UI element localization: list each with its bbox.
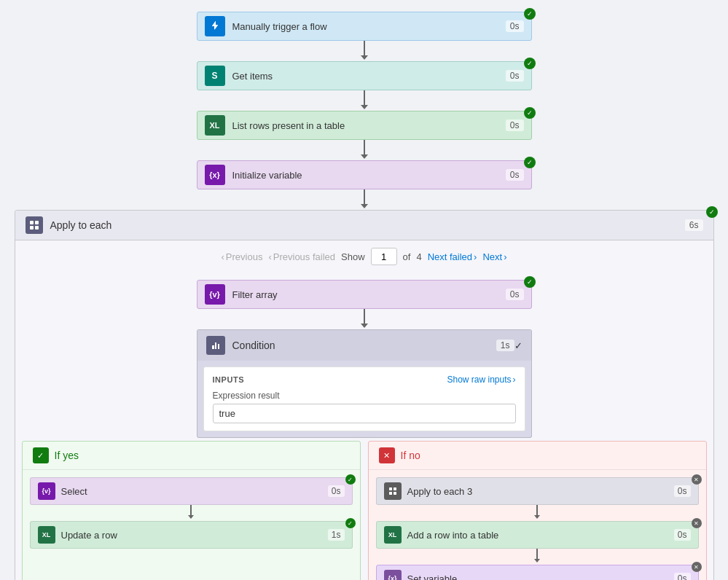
arrow-2 xyxy=(361,90,368,111)
condition-success-badge: ✓ xyxy=(514,340,522,351)
condition-inputs: INPUTS Show raw inputs › Expression resu… xyxy=(203,367,525,431)
arrow-3 xyxy=(361,140,368,160)
step-label-list-rows: List rows present in a table xyxy=(232,120,506,131)
step-set-variable[interactable]: {x} Set variable 0s ✕ xyxy=(376,565,699,580)
svg-rect-5 xyxy=(394,487,396,490)
step-label-apply-each-3: Apply to each 3 xyxy=(407,486,674,497)
step-add-row[interactable]: XL Add a row into a table 0s ✕ xyxy=(376,521,699,549)
step-icon-apply-each-3 xyxy=(384,482,402,500)
if-yes-icon: ✓ xyxy=(33,447,49,463)
arrow-apply3-addrow xyxy=(534,505,540,521)
step-label-select: Select xyxy=(61,486,328,497)
prev-failed-link[interactable]: ‹ Previous failed xyxy=(268,251,335,262)
svg-rect-2 xyxy=(30,226,34,230)
step-dur-update-row: 1s xyxy=(328,529,345,541)
step-filter-array[interactable]: {v} Filter array 0s ✓ xyxy=(197,280,532,309)
step-icon-trigger xyxy=(205,16,225,36)
inputs-header: INPUTS Show raw inputs › xyxy=(213,375,516,385)
step-dur-apply-each-3: 0s xyxy=(674,485,691,497)
page-input[interactable]: 1 xyxy=(371,248,397,265)
total-pages: 4 xyxy=(416,251,421,262)
expression-value: true xyxy=(213,404,516,423)
step-duration-get-items: 0s xyxy=(506,70,524,82)
if-yes-header: ✓ If yes xyxy=(23,442,360,470)
step-dur-add-row: 0s xyxy=(674,529,691,541)
success-badge-init-variable: ✓ xyxy=(524,157,536,168)
step-icon-init-variable: {x} xyxy=(205,165,225,185)
if-no-icon: ✕ xyxy=(379,447,395,463)
badge-apply-each-3: ✕ xyxy=(692,474,702,485)
step-label-update-row: Update a row xyxy=(61,530,328,541)
arrow-4 xyxy=(361,189,368,210)
if-yes-panel: ✓ If yes {v} Select 0s ✓ xyxy=(22,441,361,580)
apply-each-label: Apply to each xyxy=(50,219,112,231)
step-icon-get-items: S xyxy=(205,66,225,86)
step-label-filter-array: Filter array xyxy=(232,289,506,300)
condition-icon xyxy=(206,336,225,355)
step-label-add-row: Add a row into a table xyxy=(407,530,674,541)
svg-rect-1 xyxy=(35,221,39,224)
step-apply-each-3[interactable]: Apply to each 3 0s ✕ xyxy=(376,477,699,505)
success-badge-filter-array: ✓ xyxy=(524,276,536,288)
success-badge-get-items: ✓ xyxy=(524,58,536,69)
arrow-select-update xyxy=(188,505,194,521)
apply-each-success-badge: ✓ xyxy=(706,206,718,218)
step-icon-update-row: XL xyxy=(38,526,55,544)
svg-rect-4 xyxy=(389,487,392,490)
step-label-init-variable: Initialize variable xyxy=(232,170,506,181)
of-label: of xyxy=(403,251,411,262)
step-icon-select: {v} xyxy=(38,482,55,500)
step-icon-set-variable: {x} xyxy=(384,570,402,580)
step-duration-trigger: 0s xyxy=(506,20,524,32)
step-dur-set-variable: 0s xyxy=(674,573,691,580)
inner-steps: {v} Filter array 0s ✓ Cond xyxy=(15,273,713,580)
badge-set-variable: ✕ xyxy=(692,562,702,572)
if-yes-content: {v} Select 0s ✓ xyxy=(23,470,360,556)
svg-rect-6 xyxy=(389,492,392,495)
arrow-addrow-setvar xyxy=(534,549,540,565)
expression-label: Expression result xyxy=(213,391,516,401)
badge-update-row: ✓ xyxy=(345,518,356,528)
step-manually-trigger[interactable]: Manually trigger a flow 0s ✓ xyxy=(197,12,532,41)
step-select[interactable]: {v} Select 0s ✓ xyxy=(30,477,353,505)
svg-rect-7 xyxy=(394,492,396,495)
if-no-content: Apply to each 3 0s ✕ X xyxy=(369,470,706,580)
if-no-label: If no xyxy=(401,450,420,461)
step-label-set-variable: Set variable xyxy=(407,573,674,581)
step-dur-select: 0s xyxy=(328,485,345,497)
condition-label: Condition xyxy=(232,340,275,351)
step-icon-add-row: XL xyxy=(384,526,402,544)
if-yes-label: If yes xyxy=(55,450,79,461)
condition-block: Condition 1s ✓ INPUTS Show raw inputs › xyxy=(197,329,532,438)
arrow-filter-condition xyxy=(361,309,368,329)
apply-each-header[interactable]: Apply to each 6s ✓ xyxy=(15,211,713,240)
step-get-items[interactable]: S Get items 0s ✓ xyxy=(197,61,532,90)
arrow-1 xyxy=(361,41,368,61)
inputs-label: INPUTS xyxy=(213,375,245,384)
condition-duration: 1s xyxy=(496,340,514,351)
condition-split: ✓ If yes {v} Select 0s ✓ xyxy=(22,441,707,580)
apply-each-container: Apply to each 6s ✓ ‹ Previous ‹ Previous… xyxy=(15,210,714,580)
if-no-panel: ✕ If no Apply to each 3 0s ✕ xyxy=(368,441,707,580)
step-init-variable[interactable]: {x} Initialize variable 0s ✓ xyxy=(197,160,532,189)
step-update-row[interactable]: XL Update a row 1s ✓ xyxy=(30,521,353,549)
svg-rect-3 xyxy=(35,226,39,230)
next-failed-link[interactable]: Next failed › xyxy=(428,251,477,262)
condition-header[interactable]: Condition 1s ✓ xyxy=(197,330,531,361)
success-badge-trigger: ✓ xyxy=(524,8,536,20)
if-no-header: ✕ If no xyxy=(369,442,706,470)
success-badge-list-rows: ✓ xyxy=(524,107,536,119)
step-duration-init-variable: 0s xyxy=(506,169,524,181)
step-label-get-items: Get items xyxy=(232,71,506,82)
step-icon-list-rows: XL xyxy=(205,115,225,136)
prev-link[interactable]: ‹ Previous xyxy=(222,251,263,262)
step-label-trigger: Manually trigger a flow xyxy=(232,21,506,32)
next-link[interactable]: Next › xyxy=(482,251,506,262)
apply-each-duration: 6s xyxy=(685,219,703,231)
step-duration-list-rows: 0s xyxy=(506,119,524,131)
apply-each-icon xyxy=(26,216,43,234)
step-icon-filter-array: {v} xyxy=(205,284,225,305)
step-list-rows[interactable]: XL List rows present in a table 0s ✓ xyxy=(197,111,532,140)
show-label: Show xyxy=(341,251,365,262)
show-raw-inputs[interactable]: Show raw inputs › xyxy=(447,375,515,385)
